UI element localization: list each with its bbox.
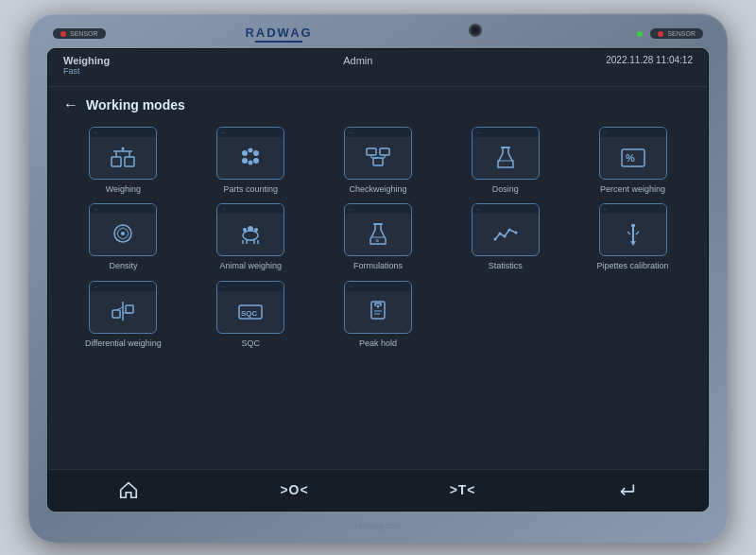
svg-point-11 (249, 160, 253, 165)
enter-button[interactable] (601, 476, 652, 504)
animal-weighing-label: Animal weighing (219, 261, 282, 271)
svg-point-7 (242, 150, 248, 156)
animal-weighing-svg (235, 218, 266, 249)
svg-text:%: % (626, 152, 635, 164)
home-button[interactable] (103, 476, 154, 504)
camera: CAMERA & Press (453, 24, 498, 44)
checkweighing-label: Checkweighing (349, 184, 406, 195)
svg-text:SQC: SQC (241, 309, 258, 318)
pipettes-icon-box: ··· (599, 203, 667, 256)
pipettes-svg (618, 218, 648, 249)
header-user: Admin (343, 55, 372, 66)
svg-rect-1 (125, 157, 134, 166)
svg-point-26 (243, 231, 258, 240)
mode-formulations[interactable]: ··· ≡ Formulations (318, 203, 438, 271)
mode-percent-weighing[interactable]: ··· % Percent weighing (573, 127, 693, 195)
svg-point-39 (503, 235, 506, 238)
right-sensor-label: SENSOR (667, 30, 696, 37)
svg-rect-42 (631, 224, 635, 227)
statistics-label: Statistics (489, 261, 523, 271)
mode-sqc[interactable]: ··· SQC SQC (191, 281, 311, 349)
logo: RADWAG (245, 26, 312, 43)
weighing-label: Weighing (106, 184, 141, 195)
svg-point-40 (507, 229, 510, 232)
formulations-label: Formulations (353, 261, 403, 271)
density-icon-box: ··· (89, 203, 157, 256)
mode-pipettes-calibration[interactable]: ··· Pipettes calibration (573, 203, 693, 271)
percent-weighing-svg: % (618, 142, 648, 172)
formulations-svg: ≡ (363, 218, 393, 249)
zero-button[interactable]: >O< (265, 478, 323, 501)
svg-point-38 (498, 233, 501, 235)
screen: Weighing Fast Admin 2022.11.28 11:04:12 … (47, 48, 709, 512)
tare-icon: >T< (450, 482, 476, 497)
dosing-icon-box: ··· (472, 127, 540, 180)
sqc-label: SQC (241, 338, 260, 349)
logo-underline (255, 41, 302, 43)
right-indicators: SENSOR (637, 28, 703, 39)
screen-content: ← Working modes ··· (48, 87, 708, 469)
svg-point-54 (376, 305, 379, 308)
page-title-row: ← Working modes (63, 96, 693, 113)
svg-point-9 (253, 150, 259, 156)
header-left: Weighing Fast (63, 55, 110, 76)
checkweighing-icon-box: ··· (344, 127, 412, 180)
mode-weighing[interactable]: ··· (63, 127, 183, 195)
svg-text:≡: ≡ (375, 237, 379, 244)
mode-parts-counting[interactable]: ··· Parts counting (191, 127, 311, 195)
statistics-icon-box: ··· (472, 203, 540, 256)
mode-differential-weighing[interactable]: ··· Differential weighing (63, 281, 183, 349)
animal-weighing-icon-box: ··· (216, 203, 284, 256)
weighing-sub: Fast (63, 66, 110, 76)
left-sensor-dot (60, 31, 66, 37)
density-label: Density (109, 261, 137, 271)
svg-point-41 (514, 232, 517, 234)
mode-peak-hold[interactable]: ··· Peak hold (318, 281, 438, 349)
percent-weighing-icon-box: ··· % (599, 127, 667, 180)
density-svg (108, 218, 138, 249)
zero-icon: >O< (280, 482, 308, 497)
svg-point-27 (243, 228, 247, 232)
formulations-icon-box: ··· ≡ (344, 203, 412, 256)
device: SENSOR RADWAG CAMERA & Press SENSOR Weig… (28, 13, 728, 543)
differential-svg (108, 296, 138, 326)
svg-point-12 (253, 158, 259, 164)
sqc-svg: SQC (235, 296, 266, 326)
differential-weighing-label: Differential weighing (85, 338, 162, 349)
differential-icon-box: ··· (89, 281, 157, 334)
page-title: Working modes (86, 97, 185, 113)
svg-point-25 (121, 232, 125, 235)
svg-point-29 (248, 226, 253, 232)
right-sensor-dot (658, 31, 663, 37)
green-indicator (637, 31, 643, 37)
svg-line-45 (636, 232, 639, 234)
device-bottom: radwag.com (38, 515, 718, 532)
svg-rect-47 (112, 310, 120, 318)
dosing-svg (490, 142, 521, 172)
svg-point-6 (122, 147, 125, 149)
mode-density[interactable]: ··· Density (63, 203, 183, 271)
mode-dosing[interactable]: ··· Dosing (445, 127, 565, 195)
statistics-svg (490, 218, 521, 249)
weighing-mode: Weighing (63, 55, 110, 66)
mode-animal-weighing[interactable]: ··· (191, 203, 311, 271)
mode-statistics[interactable]: ··· Statistics (445, 203, 565, 271)
website-label: radwag.com (354, 521, 401, 530)
camera-lens (469, 24, 482, 37)
svg-point-8 (249, 147, 253, 152)
screen-header: Weighing Fast Admin 2022.11.28 11:04:12 (48, 49, 708, 87)
tare-button[interactable]: >T< (435, 478, 491, 501)
header-datetime: 2022.11.28 11:04:12 (606, 55, 693, 65)
top-bar: SENSOR RADWAG CAMERA & Press SENSOR (38, 24, 718, 44)
mode-checkweighing[interactable]: ··· (318, 127, 438, 195)
sqc-icon-box: ··· SQC (216, 281, 284, 334)
weighing-icon-box: ··· (89, 127, 157, 180)
checkweighing-svg (363, 142, 393, 172)
peak-hold-icon-box: ··· (344, 281, 412, 334)
peak-hold-svg (363, 296, 393, 326)
back-button[interactable]: ← (63, 96, 78, 113)
svg-point-10 (242, 158, 248, 164)
svg-rect-13 (367, 148, 376, 155)
dosing-label: Dosing (492, 184, 519, 195)
left-sensor-label: SENSOR (70, 30, 98, 37)
